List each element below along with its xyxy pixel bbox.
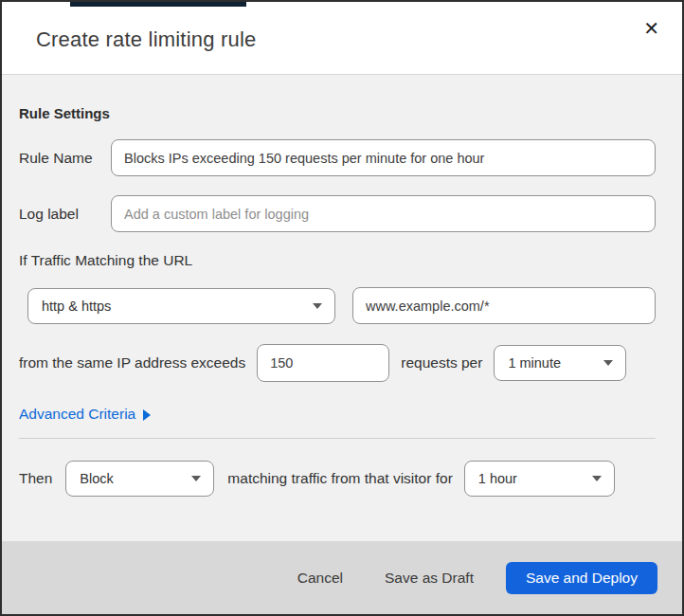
then-row: Then Block matching traffic from that vi… xyxy=(19,461,656,497)
action-select[interactable]: Block xyxy=(65,461,214,497)
expand-right-icon xyxy=(143,409,151,421)
rule-name-input[interactable] xyxy=(111,139,656,176)
traffic-match-heading: If Traffic Matching the URL xyxy=(19,252,656,269)
rule-name-label: Rule Name xyxy=(19,150,111,167)
advanced-criteria-link[interactable]: Advanced Criteria xyxy=(19,406,151,423)
exceeds-text: from the same IP address exceeds xyxy=(19,354,245,371)
duration-select[interactable]: 1 hour xyxy=(464,461,615,497)
period-select[interactable]: 1 minute xyxy=(494,345,626,381)
duration-select-value: 1 hour xyxy=(478,471,517,486)
then-middle-text: matching traffic from that visitor for xyxy=(227,470,452,487)
threshold-input[interactable] xyxy=(257,344,389,382)
requests-per-text: requests per xyxy=(401,354,482,371)
period-select-value: 1 minute xyxy=(508,355,561,371)
chevron-down-icon xyxy=(592,476,602,481)
close-button[interactable]: ✕ xyxy=(638,15,665,42)
dialog-header: Create rate limiting rule ✕ xyxy=(2,2,682,75)
log-label-label: Log label xyxy=(19,206,111,223)
chevron-down-icon xyxy=(191,476,201,481)
then-label: Then xyxy=(19,470,52,487)
log-label-row: Log label xyxy=(19,195,656,232)
dialog-footer: Cancel Save as Draft Save and Deploy xyxy=(2,541,682,614)
create-rate-limiting-rule-dialog: Create rate limiting rule ✕ Rule Setting… xyxy=(0,0,684,616)
close-icon: ✕ xyxy=(643,17,659,40)
action-select-value: Block xyxy=(80,471,113,486)
url-match-row: http & https xyxy=(27,287,656,324)
scheme-select-value: http & https xyxy=(42,299,111,314)
top-accent-strip xyxy=(70,2,246,7)
url-input[interactable] xyxy=(352,287,656,324)
chevron-down-icon xyxy=(313,303,322,309)
rule-name-row: Rule Name xyxy=(19,139,656,176)
rule-settings-heading: Rule Settings xyxy=(19,105,656,121)
save-as-draft-button[interactable]: Save as Draft xyxy=(368,562,491,594)
threshold-row: from the same IP address exceeds request… xyxy=(19,344,656,382)
section-divider xyxy=(19,438,656,439)
scheme-select[interactable]: http & https xyxy=(27,288,335,324)
chevron-down-icon xyxy=(603,360,613,366)
dialog-title: Create rate limiting rule xyxy=(36,27,256,52)
dialog-body: Rule Settings Rule Name Log label If Tra… xyxy=(2,75,682,541)
log-label-input[interactable] xyxy=(111,195,656,232)
cancel-button[interactable]: Cancel xyxy=(280,562,360,594)
save-and-deploy-button[interactable]: Save and Deploy xyxy=(506,562,657,594)
advanced-criteria-label: Advanced Criteria xyxy=(19,406,135,423)
